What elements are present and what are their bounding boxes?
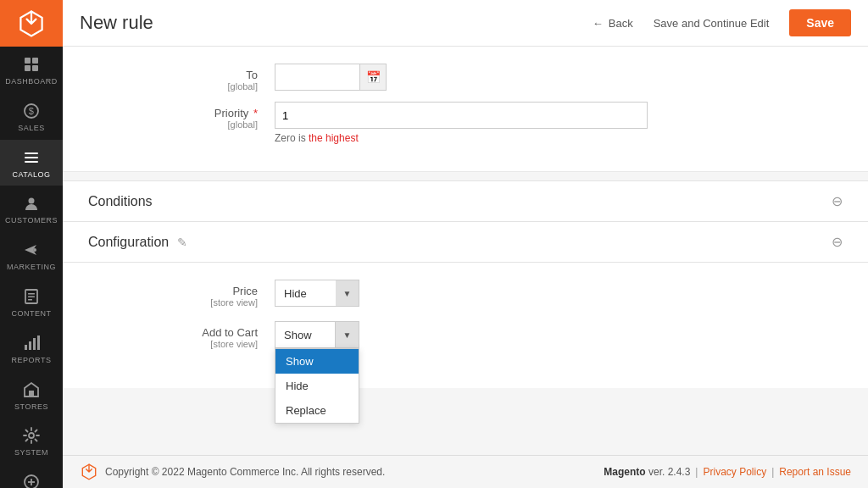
sidebar-item-catalog[interactable]: Catalog — [0, 140, 63, 186]
add-to-cart-dropdown-menu: Show Hide Replace — [275, 348, 359, 424]
footer-right: Magento ver. 2.4.3 | Privacy Policy | Re… — [604, 466, 851, 478]
svg-rect-1 — [32, 58, 38, 64]
svg-point-20 — [29, 433, 34, 438]
sidebar-item-system[interactable]: System — [0, 418, 63, 464]
stores-icon — [22, 380, 41, 399]
conditions-collapse-icon: ⊖ — [832, 193, 843, 209]
add-to-cart-selected-value: Show — [275, 329, 335, 341]
save-button[interactable]: Save — [789, 9, 851, 36]
svg-rect-3 — [32, 65, 38, 71]
svg-rect-7 — [25, 157, 38, 158]
back-button[interactable]: ← Back — [593, 17, 633, 30]
priority-input[interactable] — [275, 102, 648, 129]
priority-input-wrap: Zero is the highest — [275, 102, 698, 144]
customers-icon — [22, 194, 41, 213]
conditions-accordion-header[interactable]: Conditions ⊖ — [63, 181, 868, 222]
priority-hint: Zero is the highest — [275, 132, 698, 144]
report-issue-link[interactable]: Report an Issue — [779, 466, 851, 478]
magento-logo-icon — [16, 8, 47, 39]
priority-label: Priority * [global] — [88, 102, 275, 130]
sidebar-item-customers-label: Customers — [5, 216, 58, 225]
sidebar-item-dashboard-label: Dashboard — [5, 77, 58, 86]
header-actions: ← Back Save and Continue Edit Save — [593, 9, 851, 36]
svg-rect-6 — [25, 152, 38, 154]
add-to-cart-dropdown-trigger[interactable]: Show ▼ — [275, 321, 359, 348]
dropdown-option-show[interactable]: Show — [275, 349, 359, 374]
svg-rect-15 — [25, 345, 27, 350]
sidebar-item-system-label: System — [14, 448, 48, 458]
add-to-cart-dropdown-btn[interactable]: ▼ — [335, 322, 359, 347]
form-row-priority: Priority * [global] Zero is the highest — [88, 102, 843, 144]
price-select-wrap: Show Hide Replace ▼ — [275, 280, 359, 307]
svg-rect-12 — [28, 293, 35, 295]
sidebar-logo[interactable] — [0, 0, 63, 47]
footer-separator2: | — [771, 466, 774, 478]
configuration-title: Configuration — [88, 235, 169, 250]
footer-version-number: ver. 2.4.3 — [648, 466, 690, 478]
add-to-cart-scope: [store view] — [88, 339, 258, 349]
priority-scope: [global] — [88, 119, 258, 130]
sidebar-item-marketing[interactable]: Marketing — [0, 232, 63, 279]
svg-rect-14 — [28, 299, 32, 301]
catalog-icon — [22, 148, 41, 167]
price-scope: [store view] — [88, 297, 258, 308]
reports-icon — [22, 334, 41, 352]
to-label: To [global] — [88, 64, 275, 92]
to-scope: [global] — [88, 81, 258, 92]
sidebar-item-reports-label: Reports — [12, 356, 52, 365]
sidebar-item-reports[interactable]: Reports — [0, 325, 63, 372]
sales-icon: $ — [22, 102, 41, 120]
sidebar: Dashboard $ Sales Catalog Customers Mark… — [0, 0, 63, 488]
dropdown-option-replace[interactable]: Replace — [275, 398, 359, 423]
dropdown-option-hide[interactable]: Hide — [275, 374, 359, 398]
system-icon — [22, 426, 41, 445]
sidebar-item-customers[interactable]: Customers — [0, 186, 63, 232]
sidebar-item-content[interactable]: Content — [0, 279, 63, 325]
conditions-title: Conditions — [88, 194, 153, 209]
sidebar-item-marketing-label: Marketing — [7, 263, 56, 272]
configuration-body: Price [store view] Show Hide Replace ▼ — [63, 263, 868, 388]
footer: Copyright © 2022 Magento Commerce Inc. A… — [63, 455, 868, 488]
price-label: Price [store view] — [88, 280, 275, 308]
to-input-wrap: 📅 — [275, 64, 698, 91]
sidebar-item-stores-label: Stores — [14, 402, 48, 412]
configuration-collapse-icon: ⊖ — [832, 234, 843, 250]
footer-version: Magento ver. 2.4.3 — [604, 466, 690, 478]
main-content: New rule ← Back Save and Continue Edit S… — [63, 0, 868, 488]
configuration-section: Configuration ✎ ⊖ Price [store view] Sho… — [63, 222, 868, 388]
back-label: Back — [609, 17, 633, 30]
svg-rect-0 — [25, 58, 31, 64]
priority-required: * — [253, 107, 258, 119]
svg-rect-2 — [25, 65, 31, 71]
footer-magento-icon — [80, 463, 98, 481]
add-to-cart-label: Add to Cart [store view] — [88, 321, 275, 349]
page-title: New rule — [80, 12, 593, 34]
marketing-icon — [22, 241, 41, 259]
sidebar-item-sales-label: Sales — [18, 124, 45, 133]
sidebar-item-stores[interactable]: Stores — [0, 372, 63, 419]
dashboard-icon — [22, 55, 41, 74]
conditions-accordion: Conditions ⊖ — [63, 180, 868, 222]
config-row-price: Price [store view] Show Hide Replace ▼ — [63, 280, 868, 308]
svg-text:$: $ — [29, 106, 35, 116]
content-icon — [22, 287, 41, 306]
sidebar-item-sales[interactable]: $ Sales — [0, 93, 63, 140]
svg-rect-16 — [29, 341, 31, 350]
svg-rect-10 — [33, 248, 36, 252]
priority-hint-highlight: the highest — [309, 132, 359, 144]
config-row-add-to-cart: Add to Cart [store view] Show ▼ Show Hid… — [63, 321, 868, 349]
header: New rule ← Back Save and Continue Edit S… — [63, 0, 868, 47]
sidebar-item-extensions[interactable]: Find Partners & Extensions — [0, 464, 63, 488]
sidebar-item-dashboard[interactable]: Dashboard — [0, 47, 63, 93]
configuration-header[interactable]: Configuration ✎ ⊖ — [63, 222, 868, 263]
price-select[interactable]: Show Hide Replace — [275, 280, 359, 307]
svg-point-9 — [29, 198, 35, 204]
privacy-policy-link[interactable]: Privacy Policy — [703, 466, 766, 478]
save-continue-button[interactable]: Save and Continue Edit — [647, 17, 776, 30]
form-row-to: To [global] 📅 — [88, 64, 843, 92]
footer-separator: | — [695, 466, 698, 478]
add-to-cart-dropdown[interactable]: Show ▼ Show Hide Replace — [275, 321, 359, 348]
calendar-button[interactable]: 📅 — [359, 64, 387, 91]
to-date-input[interactable] — [275, 64, 359, 91]
configuration-edit-icon[interactable]: ✎ — [177, 236, 187, 249]
